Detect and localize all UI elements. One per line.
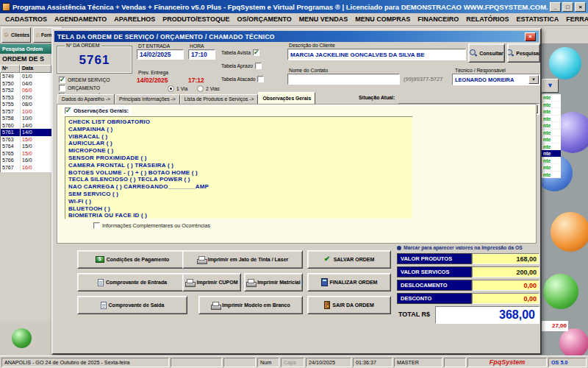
menu-item[interactable]: FINANCEIRO: [414, 14, 462, 24]
menu-item[interactable]: OS/ORÇAMENTO: [233, 14, 295, 24]
prev-entrega-time[interactable]: 17:12: [188, 77, 204, 84]
tab-clientes[interactable]: ☺ Clientes: [1, 27, 31, 43]
status-caps-lock: Caps: [281, 358, 304, 367]
fpqsystem-logo: FpqSystem: [467, 358, 547, 367]
order-row[interactable]: 5752 06/0: [1, 87, 51, 94]
order-row[interactable]: 5758 10/0: [1, 115, 51, 122]
radio-icon: [197, 85, 204, 92]
radio-selected-icon: [168, 85, 174, 92]
nome-contato-label: Nome do Contato: [289, 68, 328, 73]
nome-contato-field[interactable]: [287, 74, 400, 85]
order-number-group: Nº DA ORDEM 5761: [57, 46, 132, 74]
column-header-num[interactable]: Nº: [0, 65, 20, 73]
value-row: VALOR PRODUTOS 168,00: [397, 253, 539, 264]
dialog-close-button[interactable]: ×: [525, 32, 536, 41]
wallpaper-ball: [549, 47, 581, 79]
menu-item[interactable]: AGENDAMENTO: [51, 14, 110, 24]
order-row[interactable]: 5766 16/0: [1, 157, 51, 164]
imprimir-modelo-branco-button[interactable]: Imprimir Modelo em Branco: [198, 296, 303, 314]
menu-item[interactable]: MENU COMPRAS: [351, 14, 414, 24]
order-row[interactable]: 5761 14/0: [1, 129, 51, 136]
checkbox-ordem-servico[interactable]: ORDEM SERVIÇO: [59, 77, 110, 83]
wallpaper-ball: [543, 274, 578, 309]
order-number-value: 5761: [57, 53, 132, 68]
comprovante-entrada-button[interactable]: Comprovante de Entrada: [77, 273, 187, 291]
hora-field[interactable]: 17:10: [188, 49, 215, 60]
status-fragment-row: nte: [542, 102, 561, 109]
status-empty-2: [223, 358, 256, 367]
descricao-cliente-label: Descrição do Cliente: [289, 43, 335, 48]
order-row[interactable]: 5755 08/0: [1, 101, 51, 108]
menu-item[interactable]: CADASTROS: [1, 14, 51, 24]
tab-observacoes-gerais[interactable]: Observações Gerais: [258, 92, 315, 105]
menu-item[interactable]: FERRAMENTAS: [562, 14, 588, 24]
prev-entrega-date[interactable]: 14/02/2025: [137, 77, 168, 84]
magnifier-icon: [470, 49, 477, 57]
maximize-button[interactable]: □: [562, 2, 573, 12]
checkbox-checked-icon: [65, 107, 71, 114]
orders-list-panel: Pesquisa Ordem ORDEM DE S Nº Data 5749 0…: [0, 44, 51, 355]
order-row[interactable]: 5765 15/0: [1, 150, 51, 158]
imprimir-jato-laser-button[interactable]: Imprimir em Jato de Tinta / Laser: [182, 250, 303, 269]
menu-item[interactable]: APARELHOS: [110, 14, 159, 24]
tecnico-label: Técnico / Responsável: [455, 68, 506, 73]
order-row[interactable]: 5749 01/0: [1, 73, 51, 80]
tecnico-combo[interactable]: LEONARDO MOREIRA: [452, 74, 540, 85]
order-row[interactable]: 5757 10/0: [1, 108, 51, 116]
order-row[interactable]: 5760 14/0: [1, 122, 51, 130]
status-fragment-row: nte: [542, 150, 561, 158]
column-header-date[interactable]: Data: [20, 65, 51, 73]
status-fragment-row: nte: [542, 108, 561, 116]
tab-lista-produtos-servicos[interactable]: Lista de Produtos e Serviços ->: [180, 94, 259, 105]
status-num-lock: Num: [257, 358, 279, 367]
checkbox-informacoes-complementares[interactable]: Informações Complementares ou Ocorrência…: [93, 222, 210, 229]
order-row[interactable]: 5750 04/0: [1, 80, 51, 88]
observacoes-textarea[interactable]: CHECK LIST OBRIGATORIO CAMPAINHA ( ) VIB…: [65, 116, 413, 219]
salvar-ordem-button[interactable]: SALVAR ORDEM: [307, 250, 391, 269]
green-ball-button[interactable]: [12, 328, 32, 348]
search-orders-bar[interactable]: Pesquisa Ordem: [0, 44, 51, 54]
menu-bar: CADASTROSAGENDAMENTOAPARELHOSPRODUTO/EST…: [0, 13, 588, 26]
finalizar-ordem-button[interactable]: FINALIZAR ORDEM: [307, 273, 391, 291]
imprimir-matricial-button[interactable]: Imprimir Matricial: [244, 273, 303, 291]
comprovante-saida-button[interactable]: Comprovante de Saida: [77, 296, 187, 314]
order-row[interactable]: 5763 15/0: [1, 136, 51, 144]
close-button[interactable]: ×: [575, 2, 586, 12]
window-titlebar: Programa Assistência Técnica + Vendas + …: [0, 0, 588, 13]
order-row[interactable]: 5753 07/0: [1, 94, 51, 102]
checkbox-tabela-atacado[interactable]: Tabela Atacado: [221, 76, 264, 82]
dt-entrada-label: DT ENTRADA: [138, 43, 170, 49]
order-number-label: Nº DA ORDEM: [65, 43, 101, 48]
menu-item[interactable]: PRODUTO/ESTOQUE: [159, 14, 233, 24]
imprimir-cupom-button[interactable]: Imprimir CUPOM: [182, 273, 241, 291]
situacao-label: Situação Atual:: [359, 95, 395, 100]
status-fragment-row: nte: [542, 136, 561, 144]
condicoes-pagamento-button[interactable]: Condições de Pagamento: [77, 250, 187, 269]
radio-2-vias[interactable]: 2 Vias: [197, 85, 220, 92]
scroll-down-button[interactable]: ▼: [542, 79, 559, 93]
pesquisar-button[interactable]: Pesquisar: [507, 43, 540, 63]
checkbox-tabela-aprazo[interactable]: Tabela Aprazo: [221, 63, 262, 69]
checkbox-checked-icon: [253, 49, 259, 56]
prev-entrega-label: Prev. Entrega: [138, 70, 168, 75]
sair-ordem-button[interactable]: SAIR DA ORDEM: [307, 296, 391, 314]
descricao-cliente-field[interactable]: MARCIA JACKELINE GONCALVES DA SILVA BE: [287, 49, 466, 60]
tab-dados-aparelho[interactable]: Dados do Aparelho ->: [57, 94, 115, 105]
minimize-button[interactable]: _: [550, 2, 561, 12]
menu-item[interactable]: ESTATISTICA: [513, 14, 563, 24]
dt-entrada-field[interactable]: 14/02/2025: [137, 49, 184, 60]
service-order-dialog: TELA DA ORDEM DE SERVIÇO / ORÇAMENTO / C…: [51, 28, 542, 355]
radio-1-via[interactable]: 1 Via: [168, 85, 187, 92]
order-row[interactable]: 5764 15/0: [1, 143, 51, 150]
valores-impressao-radio[interactable]: Marcar para aparecer valores na Impressã…: [397, 245, 523, 250]
checkbox-orcamento[interactable]: ORÇAMENTO: [59, 85, 100, 91]
order-row[interactable]: 5767 16/0: [1, 164, 51, 171]
menu-item[interactable]: RELATÓRIOS: [462, 14, 512, 24]
consultar-button[interactable]: Consultar: [468, 43, 505, 63]
menu-item[interactable]: MENU VENDAS: [295, 14, 352, 24]
status-bar: ANAPOLIS - GO 24 de Outubro de 2025 - Se…: [0, 355, 588, 368]
tab-principais-informacoes[interactable]: Principais Informações ->: [115, 94, 180, 105]
checkbox-tabela-avista[interactable]: Tabela Avista: [221, 49, 259, 56]
value-row: DESLOCAMENTO 0,00: [397, 280, 539, 291]
checkbox-observacoes-gerais[interactable]: Observações Gerais:: [62, 106, 131, 115]
